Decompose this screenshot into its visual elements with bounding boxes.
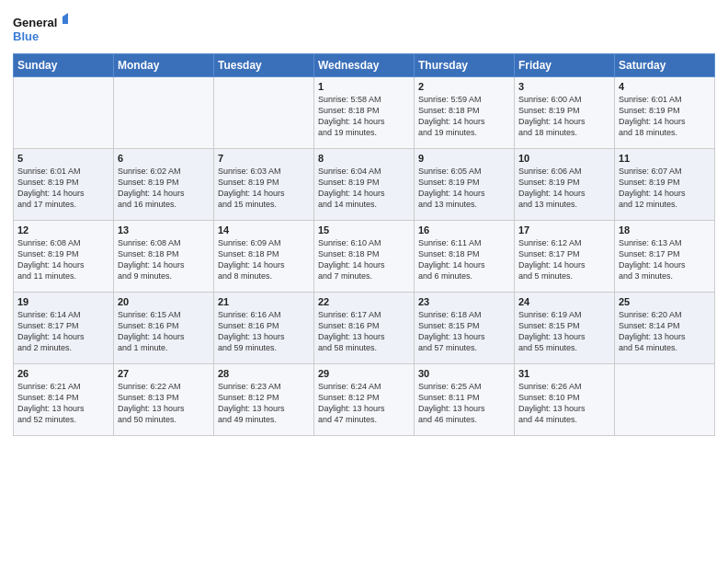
calendar-cell — [214, 77, 314, 149]
calendar-cell — [14, 77, 114, 149]
calendar-cell: 7Sunrise: 6:03 AM Sunset: 8:19 PM Daylig… — [214, 149, 314, 221]
svg-marker-2 — [63, 13, 68, 24]
day-number: 22 — [318, 296, 410, 307]
calendar-cell: 30Sunrise: 6:25 AM Sunset: 8:11 PM Dayli… — [415, 364, 515, 436]
day-number: 17 — [518, 224, 610, 236]
calendar-cell: 27Sunrise: 6:22 AM Sunset: 8:13 PM Dayli… — [114, 364, 214, 436]
weekday-header: Monday — [114, 54, 214, 77]
calendar-week-row: 1Sunrise: 5:58 AM Sunset: 8:18 PM Daylig… — [14, 77, 715, 149]
day-number: 26 — [17, 368, 109, 379]
day-info: Sunrise: 5:58 AM Sunset: 8:18 PM Dayligh… — [318, 94, 410, 139]
day-info: Sunrise: 6:24 AM Sunset: 8:12 PM Dayligh… — [318, 381, 410, 426]
calendar-week-row: 19Sunrise: 6:14 AM Sunset: 8:17 PM Dayli… — [14, 293, 715, 364]
calendar-cell: 24Sunrise: 6:19 AM Sunset: 8:15 PM Dayli… — [515, 293, 615, 364]
day-info: Sunrise: 6:18 AM Sunset: 8:15 PM Dayligh… — [418, 309, 510, 354]
calendar-cell: 9Sunrise: 6:05 AM Sunset: 8:19 PM Daylig… — [415, 149, 515, 221]
day-info: Sunrise: 6:16 AM Sunset: 8:16 PM Dayligh… — [218, 309, 310, 354]
logo-svg: General Blue — [13, 13, 68, 48]
calendar-week-row: 5Sunrise: 6:01 AM Sunset: 8:19 PM Daylig… — [14, 149, 715, 221]
day-info: Sunrise: 6:15 AM Sunset: 8:16 PM Dayligh… — [118, 309, 210, 354]
day-info: Sunrise: 6:01 AM Sunset: 8:19 PM Dayligh… — [619, 94, 711, 139]
calendar-cell: 6Sunrise: 6:02 AM Sunset: 8:19 PM Daylig… — [114, 149, 214, 221]
calendar-cell: 26Sunrise: 6:21 AM Sunset: 8:14 PM Dayli… — [14, 364, 114, 436]
day-number: 10 — [518, 153, 610, 164]
calendar-cell: 19Sunrise: 6:14 AM Sunset: 8:17 PM Dayli… — [14, 293, 114, 364]
calendar-week-row: 12Sunrise: 6:08 AM Sunset: 8:19 PM Dayli… — [14, 221, 715, 293]
day-number: 27 — [118, 368, 210, 379]
calendar-table: SundayMondayTuesdayWednesdayThursdayFrid… — [13, 53, 715, 436]
day-number: 14 — [218, 224, 310, 236]
day-number: 15 — [318, 224, 410, 236]
calendar-cell: 5Sunrise: 6:01 AM Sunset: 8:19 PM Daylig… — [14, 149, 114, 221]
day-info: Sunrise: 6:05 AM Sunset: 8:19 PM Dayligh… — [418, 166, 510, 211]
day-info: Sunrise: 6:11 AM Sunset: 8:18 PM Dayligh… — [418, 237, 510, 282]
day-info: Sunrise: 5:59 AM Sunset: 8:18 PM Dayligh… — [418, 94, 510, 139]
day-info: Sunrise: 6:09 AM Sunset: 8:18 PM Dayligh… — [218, 237, 310, 282]
weekday-header: Friday — [515, 54, 615, 77]
day-info: Sunrise: 6:13 AM Sunset: 8:17 PM Dayligh… — [619, 237, 711, 282]
day-number: 8 — [318, 153, 410, 164]
day-info: Sunrise: 6:21 AM Sunset: 8:14 PM Dayligh… — [17, 381, 109, 426]
day-info: Sunrise: 6:12 AM Sunset: 8:17 PM Dayligh… — [518, 237, 610, 282]
weekday-header: Thursday — [415, 54, 515, 77]
day-number: 18 — [619, 224, 711, 236]
day-number: 11 — [619, 153, 711, 164]
day-number: 19 — [17, 296, 109, 307]
svg-text:General: General — [13, 16, 57, 29]
day-info: Sunrise: 6:19 AM Sunset: 8:15 PM Dayligh… — [518, 309, 610, 354]
day-info: Sunrise: 6:20 AM Sunset: 8:14 PM Dayligh… — [619, 309, 711, 354]
calendar-cell: 14Sunrise: 6:09 AM Sunset: 8:18 PM Dayli… — [214, 221, 314, 293]
day-number: 2 — [418, 81, 510, 92]
calendar-cell: 20Sunrise: 6:15 AM Sunset: 8:16 PM Dayli… — [114, 293, 214, 364]
day-number: 6 — [118, 153, 210, 164]
calendar-cell: 31Sunrise: 6:26 AM Sunset: 8:10 PM Dayli… — [515, 364, 615, 436]
day-number: 3 — [518, 81, 610, 92]
weekday-header: Sunday — [14, 54, 114, 77]
day-info: Sunrise: 6:14 AM Sunset: 8:17 PM Dayligh… — [17, 309, 109, 354]
calendar-cell: 11Sunrise: 6:07 AM Sunset: 8:19 PM Dayli… — [615, 149, 715, 221]
svg-text:Blue: Blue — [13, 29, 39, 43]
day-number: 12 — [17, 224, 109, 236]
calendar-cell: 8Sunrise: 6:04 AM Sunset: 8:19 PM Daylig… — [314, 149, 415, 221]
calendar-cell: 4Sunrise: 6:01 AM Sunset: 8:19 PM Daylig… — [615, 77, 715, 149]
calendar-cell: 3Sunrise: 6:00 AM Sunset: 8:19 PM Daylig… — [515, 77, 615, 149]
calendar-cell: 16Sunrise: 6:11 AM Sunset: 8:18 PM Dayli… — [415, 221, 515, 293]
day-info: Sunrise: 6:07 AM Sunset: 8:19 PM Dayligh… — [619, 166, 711, 211]
day-number: 16 — [418, 224, 510, 236]
calendar-cell: 23Sunrise: 6:18 AM Sunset: 8:15 PM Dayli… — [415, 293, 515, 364]
day-number: 31 — [518, 368, 610, 379]
calendar-cell: 22Sunrise: 6:17 AM Sunset: 8:16 PM Dayli… — [314, 293, 415, 364]
day-info: Sunrise: 6:17 AM Sunset: 8:16 PM Dayligh… — [318, 309, 410, 354]
day-number: 7 — [218, 153, 310, 164]
calendar-cell: 21Sunrise: 6:16 AM Sunset: 8:16 PM Dayli… — [214, 293, 314, 364]
day-number: 29 — [318, 368, 410, 379]
calendar-cell: 17Sunrise: 6:12 AM Sunset: 8:17 PM Dayli… — [515, 221, 615, 293]
day-number: 5 — [17, 153, 109, 164]
calendar-cell: 29Sunrise: 6:24 AM Sunset: 8:12 PM Dayli… — [314, 364, 415, 436]
calendar-cell: 25Sunrise: 6:20 AM Sunset: 8:14 PM Dayli… — [615, 293, 715, 364]
calendar-cell: 2Sunrise: 5:59 AM Sunset: 8:18 PM Daylig… — [415, 77, 515, 149]
day-number: 24 — [518, 296, 610, 307]
day-number: 23 — [418, 296, 510, 307]
day-info: Sunrise: 6:02 AM Sunset: 8:19 PM Dayligh… — [118, 166, 210, 211]
header: General Blue — [13, 9, 715, 48]
calendar-cell — [114, 77, 214, 149]
calendar-cell — [615, 364, 715, 436]
day-info: Sunrise: 6:22 AM Sunset: 8:13 PM Dayligh… — [118, 381, 210, 426]
calendar-cell: 15Sunrise: 6:10 AM Sunset: 8:18 PM Dayli… — [314, 221, 415, 293]
day-number: 1 — [318, 81, 410, 92]
day-number: 21 — [218, 296, 310, 307]
day-info: Sunrise: 6:10 AM Sunset: 8:18 PM Dayligh… — [318, 237, 410, 282]
page-container: General Blue SundayMondayTuesdayWednesda… — [0, 0, 728, 445]
day-info: Sunrise: 6:25 AM Sunset: 8:11 PM Dayligh… — [418, 381, 510, 426]
day-info: Sunrise: 6:04 AM Sunset: 8:19 PM Dayligh… — [318, 166, 410, 211]
day-number: 28 — [218, 368, 310, 379]
weekday-header-row: SundayMondayTuesdayWednesdayThursdayFrid… — [14, 54, 715, 77]
day-info: Sunrise: 6:00 AM Sunset: 8:19 PM Dayligh… — [518, 94, 610, 139]
day-number: 30 — [418, 368, 510, 379]
calendar-cell: 1Sunrise: 5:58 AM Sunset: 8:18 PM Daylig… — [314, 77, 415, 149]
day-info: Sunrise: 6:01 AM Sunset: 8:19 PM Dayligh… — [17, 166, 109, 211]
calendar-week-row: 26Sunrise: 6:21 AM Sunset: 8:14 PM Dayli… — [14, 364, 715, 436]
day-info: Sunrise: 6:03 AM Sunset: 8:19 PM Dayligh… — [218, 166, 310, 211]
day-number: 9 — [418, 153, 510, 164]
